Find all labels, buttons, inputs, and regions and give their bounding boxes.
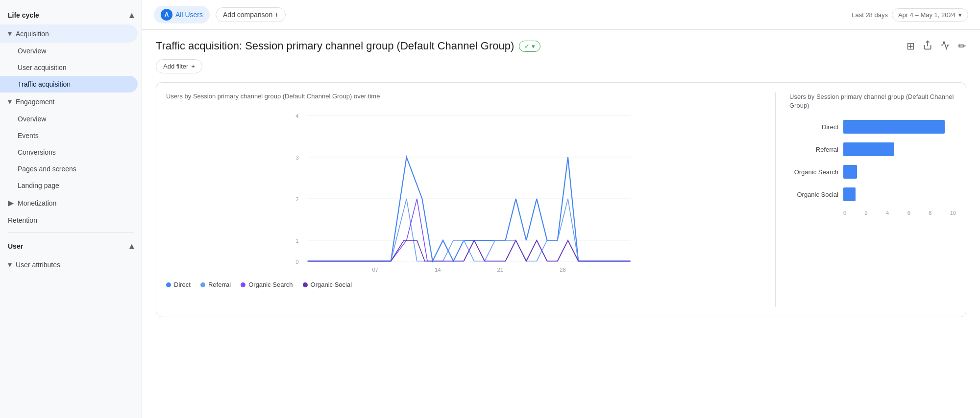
bar-track-organic-social bbox=[843, 187, 956, 201]
sidebar-item-conversions[interactable]: Conversions bbox=[0, 144, 138, 161]
x-tick-6: 6 bbox=[907, 210, 910, 216]
legend-dot-organic-search bbox=[241, 282, 245, 287]
date-range-value: Apr 4 – May 1, 2024 bbox=[898, 11, 956, 19]
date-range-chevron: ▾ bbox=[958, 11, 962, 19]
user-section-label: User bbox=[8, 242, 23, 250]
sidebar-item-eng-overview[interactable]: Overview bbox=[0, 111, 138, 127]
sidebar-divider bbox=[8, 232, 134, 233]
add-filter-label: Add filter bbox=[163, 63, 188, 70]
x-tick-4: 4 bbox=[886, 210, 889, 216]
add-comparison-label: Add comparison bbox=[223, 11, 272, 19]
sidebar-item-retention[interactable]: Retention bbox=[0, 212, 138, 229]
sidebar-item-landing-page[interactable]: Landing page bbox=[0, 177, 138, 194]
sparkline-icon[interactable] bbox=[940, 40, 950, 52]
add-filter-button[interactable]: Add filter + bbox=[156, 59, 202, 73]
bar-track-organic-search bbox=[843, 165, 956, 179]
bar-label-organic-search: Organic Search bbox=[789, 168, 838, 176]
user-attributes-chevron: ▾ bbox=[8, 260, 12, 269]
bar-track-referral bbox=[843, 142, 956, 156]
date-range-preset: Last 28 days bbox=[852, 11, 888, 19]
chart-divider bbox=[775, 93, 776, 307]
bar-x-axis: 0 2 4 6 8 10 bbox=[843, 210, 956, 216]
user-avatar: A bbox=[161, 9, 172, 21]
status-chevron: ▾ bbox=[532, 43, 535, 50]
lifecycle-chevron: ▴ bbox=[129, 10, 134, 21]
sidebar-item-overview[interactable]: Overview bbox=[0, 43, 138, 59]
table-view-icon[interactable]: ⊞ bbox=[906, 40, 915, 52]
user-attributes-label: User attributes bbox=[16, 261, 60, 269]
sidebar-item-traffic-acquisition[interactable]: Traffic acquisition bbox=[0, 76, 138, 93]
legend-dot-organic-social bbox=[303, 282, 308, 287]
edit-icon[interactable]: ✏ bbox=[958, 40, 966, 52]
sidebar-item-user-acquisition[interactable]: User acquisition bbox=[0, 59, 138, 76]
bar-row-direct: Direct bbox=[789, 120, 956, 134]
legend-organic-search: Organic Search bbox=[241, 281, 293, 288]
svg-text:07: 07 bbox=[372, 266, 378, 273]
acquisition-label: Acquisition bbox=[16, 30, 49, 38]
bar-label-referral: Referral bbox=[789, 146, 838, 153]
lifecycle-section-header[interactable]: Life cycle ▴ bbox=[0, 6, 142, 24]
all-users-pill[interactable]: A All Users bbox=[154, 6, 210, 23]
user-chevron: ▴ bbox=[129, 241, 134, 252]
acquisition-chevron: ▾ bbox=[8, 29, 12, 38]
line-chart-container: 4 3 2 1 0 07 Apr 14 bbox=[166, 108, 761, 274]
svg-text:1: 1 bbox=[295, 237, 299, 244]
bar-track-direct bbox=[843, 120, 956, 134]
bar-fill-organic-social bbox=[843, 187, 856, 201]
share-icon[interactable] bbox=[923, 40, 932, 52]
page-title-row: Traffic acquisition: Session primary cha… bbox=[156, 40, 966, 52]
monetization-label: Monetization bbox=[18, 199, 56, 207]
bar-row-organic-search: Organic Search bbox=[789, 165, 956, 179]
legend-dot-referral bbox=[200, 282, 205, 287]
title-actions: ⊞ ✏ bbox=[906, 40, 966, 52]
line-chart-title: Users by Session primary channel group (… bbox=[166, 93, 761, 100]
x-tick-2: 2 bbox=[865, 210, 868, 216]
user-label: All Users bbox=[175, 11, 203, 19]
chart-legend: Direct Referral Organic Search Organic S… bbox=[166, 281, 761, 288]
date-range-selector[interactable]: Apr 4 – May 1, 2024 ▾ bbox=[892, 8, 968, 22]
bar-row-referral: Referral bbox=[789, 142, 956, 156]
bar-label-organic-social: Organic Social bbox=[789, 191, 838, 198]
bar-fill-referral bbox=[843, 142, 894, 156]
bar-row-organic-social: Organic Social bbox=[789, 187, 956, 201]
x-tick-10: 10 bbox=[950, 210, 956, 216]
monetization-chevron: ▶ bbox=[8, 198, 14, 208]
status-badge[interactable]: ✓ ▾ bbox=[519, 41, 540, 52]
check-icon: ✓ bbox=[524, 43, 530, 50]
svg-text:0: 0 bbox=[295, 258, 299, 265]
svg-text:4: 4 bbox=[295, 113, 299, 119]
engagement-label: Engagement bbox=[16, 98, 54, 106]
add-filter-plus-icon: + bbox=[191, 63, 195, 70]
x-tick-0: 0 bbox=[843, 210, 846, 216]
sidebar-item-user-attributes-parent[interactable]: ▾ User attributes bbox=[0, 255, 138, 274]
sidebar-item-acquisition[interactable]: ▾ Acquisition bbox=[0, 24, 138, 43]
bar-fill-direct bbox=[843, 120, 945, 134]
legend-label-organic-social: Organic Social bbox=[311, 281, 352, 288]
x-tick-8: 8 bbox=[929, 210, 931, 216]
sidebar-item-monetization[interactable]: ▶ Monetization bbox=[0, 194, 138, 212]
sidebar-item-engagement[interactable]: ▾ Engagement bbox=[0, 93, 138, 111]
engagement-chevron: ▾ bbox=[8, 97, 12, 106]
bar-chart-container: Direct Referral Organic Sear bbox=[789, 120, 956, 216]
svg-text:2: 2 bbox=[295, 196, 299, 202]
svg-text:21: 21 bbox=[497, 266, 503, 273]
user-section-header[interactable]: User ▴ bbox=[0, 237, 142, 255]
legend-label-referral: Referral bbox=[208, 281, 231, 288]
lifecycle-label: Life cycle bbox=[8, 11, 39, 19]
svg-text:28: 28 bbox=[560, 266, 566, 273]
sidebar-item-events[interactable]: Events bbox=[0, 127, 138, 144]
top-bar-left: A All Users Add comparison + bbox=[154, 6, 286, 23]
legend-dot-direct bbox=[166, 282, 171, 287]
top-bar-right: Last 28 days Apr 4 – May 1, 2024 ▾ bbox=[852, 8, 968, 22]
content-area: Traffic acquisition: Session primary cha… bbox=[142, 30, 980, 327]
bar-label-direct: Direct bbox=[789, 123, 838, 131]
legend-label-organic-search: Organic Search bbox=[248, 281, 293, 288]
svg-text:Apr: Apr bbox=[370, 273, 379, 275]
add-comparison-button[interactable]: Add comparison + bbox=[216, 7, 286, 22]
line-chart-area: Users by Session primary channel group (… bbox=[166, 93, 761, 307]
sidebar-item-pages-screens[interactable]: Pages and screens bbox=[0, 161, 138, 177]
main-content: A All Users Add comparison + Last 28 day… bbox=[142, 0, 980, 418]
add-comparison-plus-icon: + bbox=[274, 11, 278, 19]
sidebar: Life cycle ▴ ▾ Acquisition Overview User… bbox=[0, 0, 142, 418]
legend-referral: Referral bbox=[200, 281, 231, 288]
